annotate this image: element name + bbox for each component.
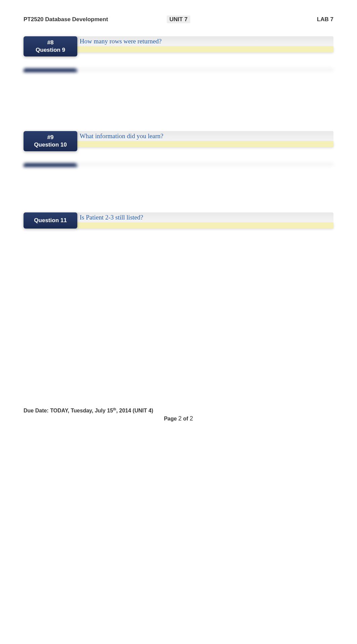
question-label-10: #9 Question 10 <box>24 131 77 151</box>
question-block-11: Question 11 Is Patient 2-3 still listed? <box>24 212 333 229</box>
answer-box-10[interactable] <box>76 141 333 147</box>
question-text-10: What information did you learn? <box>76 131 333 141</box>
question-label-9: #8 Question 9 <box>24 36 77 56</box>
question-title: Question 10 <box>28 141 73 149</box>
blur-separator <box>24 163 333 167</box>
document-footer: Due Date: TODAY, Tuesday, July 15th, 201… <box>24 407 333 422</box>
question-block-10: #9 Question 10 What information did you … <box>24 131 333 167</box>
blur-separator <box>24 68 333 72</box>
unit-label: UNIT 7 <box>127 16 230 23</box>
due-date: Due Date: TODAY, Tuesday, July 15th, 201… <box>24 407 333 414</box>
page-number: Page 2 of 2 <box>24 415 333 422</box>
question-number: #9 <box>28 134 73 141</box>
question-title: Question 9 <box>28 46 73 54</box>
question-title: Question 11 <box>28 217 73 224</box>
question-text-9: How many rows were returned? <box>76 36 333 46</box>
answer-box-9[interactable] <box>76 46 333 52</box>
question-text-11: Is Patient 2-3 still listed? <box>76 212 333 223</box>
answer-box-11[interactable] <box>76 223 333 229</box>
course-title: PT2520 Database Development <box>24 16 127 23</box>
question-label-11: Question 11 <box>24 212 77 229</box>
question-block-9: #8 Question 9 How many rows were returne… <box>24 36 333 72</box>
document-header: PT2520 Database Development UNIT 7 LAB 7 <box>24 16 333 23</box>
question-number: #8 <box>28 39 73 46</box>
lab-label: LAB 7 <box>230 16 333 23</box>
